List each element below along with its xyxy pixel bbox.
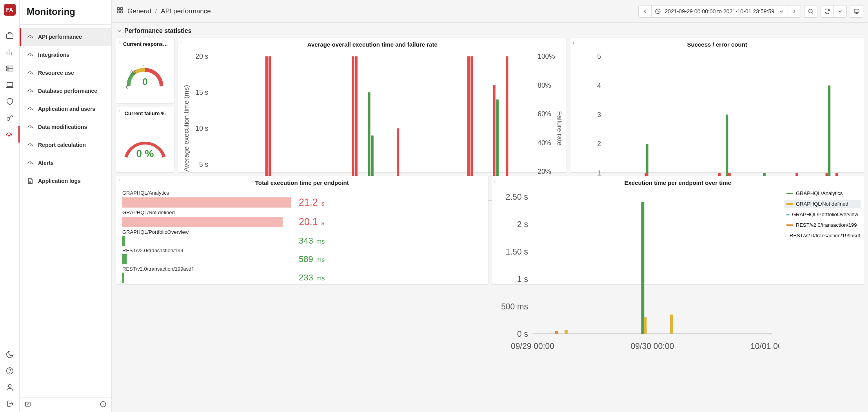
legend-item[interactable]: GRAPHQL/PortfolioOverview [784, 210, 861, 219]
svg-text:0: 0 [126, 85, 129, 89]
rail-transactions-icon[interactable] [0, 60, 20, 77]
endpoint-bar-row: REST/v2.0/transaction/199asdf233 ms [122, 266, 482, 283]
app-logo: FA [4, 4, 16, 16]
svg-text:20 s: 20 s [196, 52, 209, 60]
svg-text:Average execution time (ms): Average execution time (ms) [182, 85, 190, 172]
rail-briefcase-icon[interactable] [0, 27, 20, 44]
chevron-down-icon [116, 28, 122, 34]
panel-info-icon[interactable]: i [180, 40, 182, 45]
clock-icon [655, 8, 661, 14]
svg-text:2: 2 [597, 140, 601, 148]
endpoint-bar-row: REST/v2.0/transaction/199589 ms [122, 248, 482, 264]
breadcrumb: General / API performance [116, 7, 211, 16]
svg-point-9 [9, 372, 10, 373]
sidebar-item[interactable]: Data modifications [20, 118, 111, 136]
monitor-button[interactable] [850, 5, 863, 18]
collapse-sidebar-icon[interactable] [24, 401, 31, 409]
endpoint-label: GRAPHQL/PortfolioOverview [122, 229, 482, 235]
sidebar-title: Monitoring [20, 0, 111, 25]
endpoint-value: 21.2 s [299, 197, 325, 208]
svg-point-10 [8, 385, 11, 387]
sidebar-item[interactable]: Application logs [20, 172, 111, 190]
dashboard-grid-icon[interactable] [116, 7, 123, 16]
svg-text:5: 5 [597, 52, 601, 60]
rail-key-icon[interactable] [0, 110, 20, 126]
endpoint-value: 20.1 s [299, 216, 325, 228]
zoom-out-button[interactable] [804, 5, 817, 18]
legend-item[interactable]: GRAPHQL/Analytics [784, 189, 861, 197]
gauge-failure: 0 % [120, 126, 171, 159]
svg-text:2.50 s: 2.50 s [505, 192, 528, 201]
rail-help-icon[interactable] [0, 363, 20, 379]
section-header[interactable]: Performance statistics [116, 26, 864, 38]
panel-success-error: i Success / error count 01234509/29 00:0… [570, 38, 864, 173]
panel-title: Total execution time per endpoint [119, 179, 485, 186]
sidebar-item-label: Resource use [38, 70, 74, 76]
svg-text:10/01 00:00: 10/01 00:00 [750, 342, 779, 351]
rail-user-icon[interactable] [0, 379, 20, 396]
panel-title: Execution time per endpoint over time [495, 179, 861, 186]
panel-info-icon[interactable]: i [118, 178, 120, 184]
rail-chart-icon[interactable] [0, 44, 20, 60]
gauge-icon [26, 33, 34, 41]
svg-text:10 s: 10 s [196, 125, 209, 132]
svg-rect-5 [7, 83, 13, 87]
rail-gauge-icon[interactable] [0, 126, 20, 143]
panel-info-icon[interactable]: i [118, 40, 120, 45]
timerange-picker: 2021-09-29 00:00:00 to 2021-10-01 23:59:… [638, 5, 801, 18]
svg-rect-91 [565, 330, 568, 334]
timerange-button[interactable]: 2021-09-29 00:00:00 to 2021-10-01 23:59:… [652, 5, 788, 18]
svg-text:0 %: 0 % [136, 148, 154, 159]
sidebar-item-label: Application and users [38, 106, 95, 112]
svg-point-3 [7, 67, 8, 67]
gauge-icon [26, 105, 34, 113]
sidebar-item[interactable]: Application and users [20, 100, 111, 118]
gauge-response: 0 0.5 1 0 [120, 57, 171, 90]
topbar: General / API performance 2021-09-29 00:… [112, 0, 868, 23]
svg-text:80%: 80% [538, 81, 551, 89]
timerange-next-button[interactable] [788, 5, 801, 18]
svg-text:40%: 40% [538, 139, 551, 147]
panel-current-failure: i Current failure % 0 % [116, 107, 174, 173]
endpoint-value: 589 ms [299, 254, 325, 264]
svg-rect-93 [670, 314, 673, 334]
sidebar: Monitoring API performanceIntegrationsRe… [20, 0, 112, 412]
sidebar-item[interactable]: Report calculation [20, 136, 111, 154]
info-icon[interactable] [100, 401, 107, 409]
rail-logout-icon[interactable] [0, 396, 20, 412]
breadcrumb-sep: / [155, 7, 157, 15]
breadcrumb-folder[interactable]: General [127, 7, 151, 15]
legend-item[interactable]: GRAPHQL/Not defined [784, 200, 861, 208]
svg-rect-14 [121, 7, 123, 9]
endpoint-label: GRAPHQL/Not defined [122, 210, 482, 215]
svg-rect-0 [6, 34, 13, 38]
svg-rect-16 [121, 11, 123, 13]
sidebar-item[interactable]: Database performance [20, 82, 111, 100]
sidebar-item[interactable]: API performance [20, 28, 111, 46]
panel-info-icon[interactable]: i [573, 40, 574, 45]
rail-shield-icon[interactable] [0, 93, 20, 110]
endpoint-label: REST/v2.0/transaction/199 [122, 248, 482, 253]
sidebar-item-label: Application logs [38, 178, 81, 184]
sidebar-item[interactable]: Resource use [20, 64, 111, 82]
refresh-interval-button[interactable] [834, 5, 847, 18]
panel-title: Success / error count [574, 41, 861, 48]
rail-laptop-icon[interactable] [0, 77, 20, 93]
legend-item[interactable]: REST/v2.0/transaction/199asdf [784, 231, 861, 240]
section-title: Performance statistics [124, 27, 192, 34]
rail-moon-icon[interactable] [0, 346, 20, 363]
gauge-icon [26, 123, 34, 131]
breadcrumb-page[interactable]: API performance [161, 7, 211, 15]
timerange-prev-button[interactable] [638, 5, 652, 18]
panel-title: Current failure % [119, 110, 171, 116]
icon-rail: FA [0, 0, 20, 412]
sidebar-item[interactable]: Integrations [20, 46, 111, 64]
legend-item[interactable]: REST/v2.0/transaction/199 [784, 221, 861, 229]
panel-info-icon[interactable]: i [118, 109, 120, 115]
sidebar-item[interactable]: Alerts [20, 154, 111, 172]
panel-title: Current respons… [119, 41, 171, 47]
svg-text:100%: 100% [538, 52, 555, 60]
refresh-button[interactable] [821, 5, 834, 18]
svg-text:1 s: 1 s [517, 275, 528, 284]
panel-info-icon[interactable]: i [494, 178, 496, 184]
